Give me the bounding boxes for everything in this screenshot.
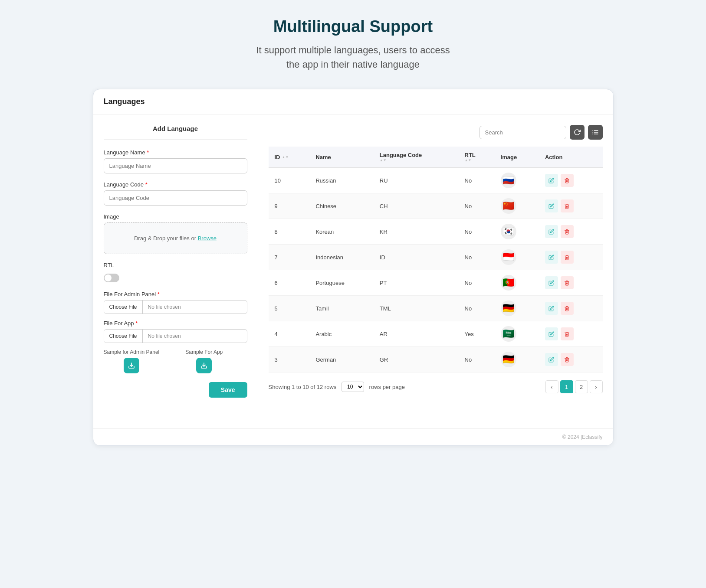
page-2-button[interactable]: 2	[575, 380, 588, 393]
form-title: Add Language	[104, 125, 247, 140]
sort-code-icon[interactable]: ▲▼	[380, 158, 453, 162]
flag-icon: 🇸🇦	[501, 326, 516, 342]
refresh-icon	[574, 129, 581, 136]
cell-code: KR	[374, 219, 459, 245]
sample-app-download-button[interactable]	[196, 358, 212, 373]
delete-button[interactable]	[561, 327, 574, 340]
flag-icon: 🇰🇷	[501, 224, 516, 239]
pagination-row: Showing 1 to 10 of 12 rows 10 25 50 rows…	[269, 380, 603, 393]
page-title: Multilingual Support	[256, 17, 450, 36]
table-row: 8 Korean KR No 🇰🇷	[269, 219, 603, 245]
cell-id: 5	[269, 296, 310, 321]
next-page-button[interactable]: ›	[590, 380, 603, 393]
flag-icon: 🇵🇹	[501, 275, 516, 291]
columns-button[interactable]	[588, 125, 603, 140]
columns-icon	[592, 129, 599, 136]
add-language-panel: Add Language Language Name * Language Co…	[93, 114, 258, 418]
language-code-input[interactable]	[104, 190, 247, 206]
choose-file-admin-button[interactable]: Choose File	[104, 301, 143, 314]
image-dropzone[interactable]: Drag & Drop your files or Browse	[104, 222, 247, 254]
cell-name: Arabic	[309, 321, 373, 347]
col-id: ID ▲▼	[269, 147, 310, 168]
file-app-group: File For App * Choose File No file chose…	[104, 320, 247, 343]
cell-id: 10	[269, 168, 310, 193]
language-name-label: Language Name *	[104, 149, 247, 156]
sample-row: Sample for Admin Panel Sample For App	[104, 349, 247, 373]
cell-name: Chinese	[309, 193, 373, 219]
col-name: Name	[309, 147, 373, 168]
cell-image: 🇩🇪	[495, 296, 539, 321]
prev-page-button[interactable]: ‹	[545, 380, 558, 393]
browse-link[interactable]: Browse	[198, 235, 217, 242]
language-code-label: Language Code *	[104, 181, 247, 188]
save-button[interactable]: Save	[209, 382, 247, 398]
flag-icon: 🇨🇳	[501, 198, 516, 214]
flag-icon: 🇷🇺	[501, 173, 516, 188]
language-name-input[interactable]	[104, 158, 247, 173]
cell-code: TML	[374, 296, 459, 321]
delete-button[interactable]	[561, 251, 574, 264]
rtl-toggle[interactable]	[104, 274, 119, 282]
refresh-button[interactable]	[570, 125, 585, 140]
cell-code: GR	[374, 347, 459, 372]
image-label: Image	[104, 213, 247, 220]
sort-rtl-icon[interactable]: ▲▼	[465, 158, 489, 162]
page-1-button[interactable]: 1	[560, 380, 573, 393]
image-group: Image Drag & Drop your files or Browse	[104, 213, 247, 254]
cell-id: 7	[269, 245, 310, 270]
cell-id: 9	[269, 193, 310, 219]
edit-button[interactable]	[545, 199, 558, 212]
choose-file-app-button[interactable]: Choose File	[104, 330, 143, 343]
rtl-label: RTL	[104, 262, 247, 268]
delete-button[interactable]	[561, 174, 574, 187]
delete-button[interactable]	[561, 302, 574, 315]
rows-per-page: Showing 1 to 10 of 12 rows 10 25 50 rows…	[269, 382, 405, 392]
languages-table: ID ▲▼ Name Language Code ▲▼ RTL ▲▼	[269, 147, 603, 372]
edit-button[interactable]	[545, 251, 558, 264]
cell-code: CH	[374, 193, 459, 219]
cell-action	[539, 245, 603, 270]
edit-button[interactable]	[545, 327, 558, 340]
rows-per-page-select[interactable]: 10 25 50	[342, 382, 364, 392]
col-code: Language Code ▲▼	[374, 147, 459, 168]
language-code-group: Language Code *	[104, 181, 247, 206]
edit-button[interactable]	[545, 302, 558, 315]
edit-button[interactable]	[545, 174, 558, 187]
sort-icon[interactable]: ▲▼	[282, 155, 289, 159]
edit-button[interactable]	[545, 276, 558, 289]
cell-action	[539, 347, 603, 372]
cell-image: 🇮🇩	[495, 245, 539, 270]
delete-button[interactable]	[561, 276, 574, 289]
search-input[interactable]	[479, 126, 566, 139]
flag-icon: 🇮🇩	[501, 249, 516, 265]
flag-icon: 🇩🇪	[501, 352, 516, 367]
cell-rtl: No	[459, 245, 495, 270]
footer: © 2024 |Eclassify	[93, 428, 613, 445]
cell-name: Indonesian	[309, 245, 373, 270]
cell-action	[539, 219, 603, 245]
page-subtitle: It support multiple languages, users to …	[256, 43, 450, 72]
table-body: 10 Russian RU No 🇷🇺 9 Chinese CH No 🇨🇳	[269, 168, 603, 372]
cell-image: 🇸🇦	[495, 321, 539, 347]
cell-rtl: No	[459, 347, 495, 372]
table-header: ID ▲▼ Name Language Code ▲▼ RTL ▲▼	[269, 147, 603, 168]
edit-button[interactable]	[545, 225, 558, 238]
file-app-label: File For App *	[104, 320, 247, 327]
delete-button[interactable]	[561, 225, 574, 238]
cell-image: 🇵🇹	[495, 270, 539, 296]
cell-name: Korean	[309, 219, 373, 245]
cell-image: 🇨🇳	[495, 193, 539, 219]
cell-code: PT	[374, 270, 459, 296]
table-row: 7 Indonesian ID No 🇮🇩	[269, 245, 603, 270]
table-toolbar	[269, 125, 603, 140]
table-row: 5 Tamil TML No 🇩🇪	[269, 296, 603, 321]
cell-id: 4	[269, 321, 310, 347]
cell-rtl: No	[459, 193, 495, 219]
edit-button[interactable]	[545, 353, 558, 366]
delete-button[interactable]	[561, 199, 574, 212]
delete-button[interactable]	[561, 353, 574, 366]
cell-id: 8	[269, 219, 310, 245]
file-app-name: No file chosen	[143, 330, 247, 343]
sample-admin-download-button[interactable]	[124, 358, 139, 373]
cell-name: Tamil	[309, 296, 373, 321]
